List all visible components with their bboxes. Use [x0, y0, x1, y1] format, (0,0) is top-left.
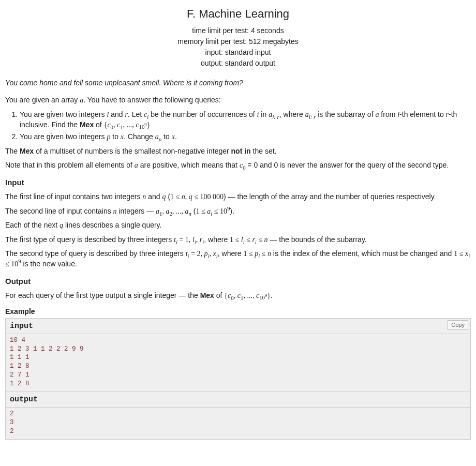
time-limit: time limit per test: 4 seconds: [5, 25, 471, 36]
query-2: You are given two integers p to x. Chang…: [20, 132, 471, 142]
epigraph: You come home and fell some unpleasant s…: [5, 78, 471, 88]
limits-block: time limit per test: 4 seconds memory li…: [5, 25, 471, 69]
note: Note that in this problem all elements o…: [5, 160, 471, 171]
memory-limit: memory limit per test: 512 megabytes: [5, 36, 471, 47]
query-1: You are given two integers l and r. Let …: [20, 110, 471, 130]
input-mode: input: standard input: [5, 47, 471, 58]
output-header: output: [6, 392, 470, 408]
output-mode: output: standard output: [5, 58, 471, 69]
output-line-1: For each query of the first type output …: [5, 291, 471, 301]
output-sample: 2 3 2: [6, 408, 470, 439]
query-list: You are given two integers l and r. Let …: [5, 110, 471, 142]
example-box: input Copy 10 4 1 2 3 1 1 2 2 2 9 9 1 1 …: [5, 318, 471, 440]
input-line-3: Each of the next q lines describes a sin…: [5, 220, 471, 231]
input-sample: 10 4 1 2 3 1 1 2 2 2 9 9 1 1 1 1 2 8 2 7…: [6, 334, 470, 392]
input-label: input: [10, 322, 33, 330]
input-header: input Copy: [6, 319, 470, 334]
input-line-2: The second line of input contains n inte…: [5, 206, 471, 217]
input-line-1: The first line of input contains two int…: [5, 192, 471, 202]
example-title: Example: [5, 307, 471, 317]
input-line-5: The second type of query is described by…: [5, 249, 471, 269]
input-section-title: Input: [5, 177, 471, 188]
mex-definition: The Mex of a multiset of numbers is the …: [5, 146, 471, 157]
intro-paragraph: You are given an array a. You have to an…: [5, 95, 471, 106]
output-section-title: Output: [5, 276, 471, 287]
copy-button[interactable]: Copy: [448, 320, 468, 330]
problem-title: F. Machine Learning: [5, 6, 471, 22]
input-line-4: The first type of query is described by …: [5, 235, 471, 245]
output-label: output: [10, 395, 38, 404]
